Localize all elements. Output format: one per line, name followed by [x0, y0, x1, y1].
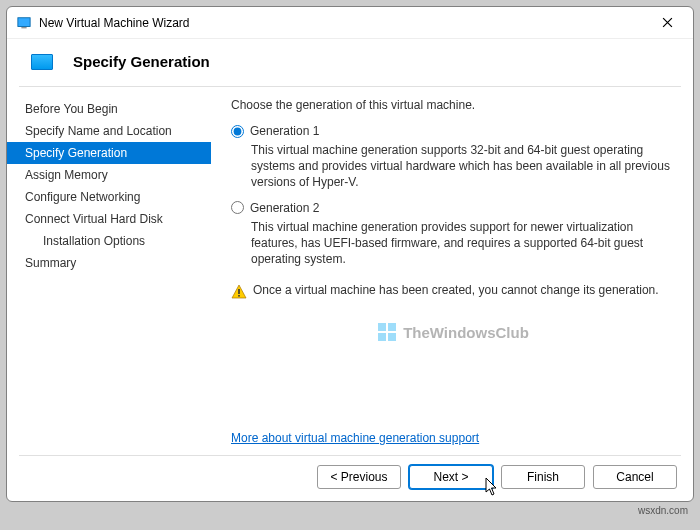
svg-rect-1 — [21, 27, 26, 28]
help-link[interactable]: More about virtual machine generation su… — [231, 431, 675, 445]
step-installation-options[interactable]: Installation Options — [7, 230, 211, 252]
svg-rect-3 — [238, 295, 240, 297]
step-specify-name[interactable]: Specify Name and Location — [7, 120, 211, 142]
svg-rect-0 — [18, 17, 30, 26]
step-specify-generation[interactable]: Specify Generation — [7, 142, 211, 164]
option-description: This virtual machine generation supports… — [251, 142, 675, 191]
step-configure-networking[interactable]: Configure Networking — [7, 186, 211, 208]
watermark-text: TheWindowsClub — [403, 324, 529, 341]
cancel-button[interactable]: Cancel — [593, 465, 677, 489]
steps-sidebar: Before You Begin Specify Name and Locati… — [7, 86, 211, 455]
content-panel: Choose the generation of this virtual ma… — [211, 86, 693, 455]
warning-text: Once a virtual machine has been created,… — [253, 283, 659, 297]
monitor-icon — [31, 54, 53, 70]
wizard-dialog: New Virtual Machine Wizard Specify Gener… — [6, 6, 694, 502]
source-watermark: wsxdn.com — [638, 505, 688, 516]
option-label: Generation 1 — [250, 124, 319, 138]
warning-row: Once a virtual machine has been created,… — [231, 283, 675, 300]
radio-input-gen2[interactable] — [231, 201, 244, 214]
step-summary[interactable]: Summary — [7, 252, 211, 274]
option-label: Generation 2 — [250, 201, 319, 215]
radio-input-gen1[interactable] — [231, 125, 244, 138]
step-connect-vhd[interactable]: Connect Virtual Hard Disk — [7, 208, 211, 230]
wizard-body: Before You Begin Specify Name and Locati… — [7, 86, 693, 455]
previous-button[interactable]: < Previous — [317, 465, 401, 489]
close-button[interactable] — [645, 8, 689, 38]
app-icon — [17, 16, 31, 30]
site-brand-watermark: TheWindowsClub — [377, 322, 529, 342]
button-bar: < Previous Next > Finish Cancel — [7, 455, 693, 501]
window-title: New Virtual Machine Wizard — [39, 16, 645, 30]
prompt-text: Choose the generation of this virtual ma… — [231, 98, 675, 112]
option-generation-1: Generation 1 This virtual machine genera… — [231, 124, 675, 191]
option-description: This virtual machine generation provides… — [251, 219, 675, 268]
finish-button[interactable]: Finish — [501, 465, 585, 489]
radio-generation-2[interactable]: Generation 2 — [231, 201, 675, 215]
svg-rect-4 — [378, 323, 386, 331]
step-before-you-begin[interactable]: Before You Begin — [7, 98, 211, 120]
next-button[interactable]: Next > — [409, 465, 493, 489]
option-generation-2: Generation 2 This virtual machine genera… — [231, 201, 675, 268]
close-icon — [662, 17, 673, 28]
svg-rect-2 — [238, 289, 240, 294]
svg-rect-7 — [388, 333, 396, 341]
wizard-header: Specify Generation — [7, 39, 693, 86]
page-heading: Specify Generation — [73, 53, 210, 70]
svg-rect-5 — [388, 323, 396, 331]
titlebar: New Virtual Machine Wizard — [7, 7, 693, 39]
svg-rect-6 — [378, 333, 386, 341]
step-assign-memory[interactable]: Assign Memory — [7, 164, 211, 186]
windows-icon — [377, 322, 397, 342]
warning-icon — [231, 284, 247, 300]
radio-generation-1[interactable]: Generation 1 — [231, 124, 675, 138]
